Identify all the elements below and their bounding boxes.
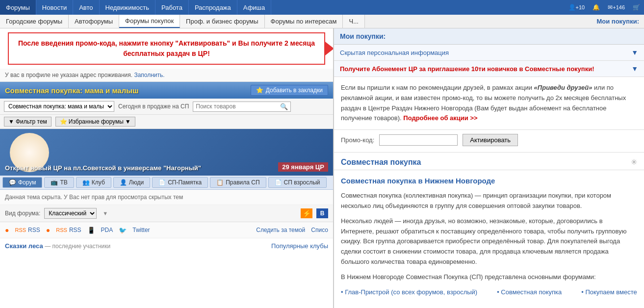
promo-box: После введения промо-кода, нажмите кнопк…: [8, 32, 325, 65]
bookmark-icon: ⭐: [256, 87, 263, 94]
promo-code-input[interactable]: [379, 134, 458, 146]
bell-icon[interactable]: 🔔: [589, 4, 604, 11]
view-select[interactable]: Классический: [44, 208, 97, 219]
account-info: У вас в профиле не указан адрес проживан…: [0, 69, 333, 82]
nav-interest-forums[interactable]: Форумы по интересам: [265, 15, 343, 28]
promo-description-section: Если вы пришли к нам по рекомендации дру…: [334, 77, 644, 130]
nav-purchase-forums[interactable]: Форумы покупок: [119, 15, 180, 28]
search-input[interactable]: [196, 103, 278, 110]
filter-icon: ▼: [8, 118, 14, 125]
adult-tab-icon: 📄: [275, 179, 282, 186]
sale-label: Сегодня в продаже на СП: [118, 103, 189, 110]
nav-auto[interactable]: Авто: [73, 0, 99, 15]
tab-sp-pamyatka[interactable]: 📄 СП-Памятка: [152, 177, 208, 188]
rss-link-1[interactable]: RSS RSS: [15, 227, 40, 233]
tab-tv[interactable]: 📺 ТВ: [44, 177, 74, 188]
view-bar: Вид форума: Классический ▼ ⚡ B: [0, 205, 333, 222]
nav-jobs[interactable]: Работа: [155, 0, 189, 15]
list-link[interactable]: Списо: [311, 227, 328, 233]
left-panel: После введения промо-кода, нажмите кнопк…: [0, 28, 334, 308]
activate-button[interactable]: Активировать: [463, 134, 518, 146]
cart-icon[interactable]: 🛒: [629, 4, 644, 11]
fill-link[interactable]: Заполнить.: [134, 72, 164, 78]
my-purchases-header: Мои покупки:: [334, 28, 644, 45]
tv-tab-icon: 📺: [51, 179, 58, 186]
nav-news[interactable]: Новости: [36, 0, 73, 15]
forum-title: Совместная покупка: мама и малыш: [5, 86, 139, 95]
flash-icon[interactable]: ⚡: [301, 208, 312, 218]
jp-link-1[interactable]: Глав-Пристрой (со всех форумов, взрослый…: [341, 287, 477, 298]
abonement-arrow: ▼: [631, 65, 638, 73]
rules-tab-icon: 📋: [216, 179, 224, 186]
phone-icon: 📱: [87, 227, 95, 234]
popular-clubs-link[interactable]: Популярные клубы: [271, 242, 328, 250]
bookmark-button[interactable]: ⭐ Добавить в закладки: [251, 85, 328, 96]
hidden-info-accordion: Скрытая персональная информация ▼: [334, 45, 644, 61]
jp-links-list: Глав-Пристрой (со всех форумов, взрослый…: [341, 287, 637, 298]
nav-realestate[interactable]: Недвижимость: [100, 0, 155, 15]
jp-asterisk: ✳: [631, 157, 637, 167]
rss-2-icon: RSS: [56, 227, 67, 233]
jp-content: Совместная покупка в Нижнем Новгороде Со…: [334, 170, 644, 302]
nav-business-forums[interactable]: Проф. и бизнес форумы: [180, 15, 264, 28]
user-icon[interactable]: 👤 +10: [565, 4, 589, 11]
hidden-info-header[interactable]: Скрытая персональная информация ▼: [334, 45, 644, 60]
people-tab-icon: 👤: [120, 179, 127, 186]
jp-text2: Несколько людей — иногда друзья, но возм…: [341, 216, 637, 267]
filter-button[interactable]: ▼ Фильтр тем: [4, 117, 52, 127]
view-select-arrow: ▼: [103, 210, 108, 216]
rss-link-2[interactable]: RSS RSS: [56, 227, 81, 233]
hidden-info-arrow: ▼: [631, 49, 638, 56]
follow-topic-link[interactable]: Следить за темой: [256, 227, 305, 233]
favorites-button[interactable]: ⭐ Избранные форумы ▼: [55, 117, 135, 127]
message-text: Данная тема скрыта. У Вас нет прав для п…: [5, 194, 183, 201]
right-panel: Мои покупки: Скрытая персональная информ…: [334, 28, 644, 308]
tab-rules-sp[interactable]: 📋 Правила СП: [210, 177, 266, 188]
jp-text3: В Нижнем Новгороде Совместная Покупка (С…: [341, 272, 637, 282]
abonement-title: Получите Абонемент ЦР за приглашение 10т…: [340, 65, 594, 73]
nav-auto-forums[interactable]: Автофорумы: [69, 15, 119, 28]
sub-nav-tabs: 💬 Форум 📺 ТВ 👥 Клуб 👤 Люди 📄 СП-Памятка …: [0, 176, 333, 190]
forum-title-prefix: Совместная покупка:: [5, 86, 82, 95]
promo-more-link[interactable]: Подробнее об акции >>: [403, 114, 477, 122]
fairy-tales-link[interactable]: Сказки леса: [5, 242, 43, 250]
club-tab-icon: 👥: [82, 179, 90, 186]
rss-orange-icon-2: ●: [46, 226, 50, 234]
tab-people[interactable]: 👤 Люди: [113, 177, 150, 188]
mail-icon[interactable]: ✉ +146: [604, 4, 629, 11]
search-icon[interactable]: 🔍: [280, 103, 288, 110]
jp-text1: Совместная покупка (коллективная покупка…: [341, 191, 637, 211]
tab-forum[interactable]: 💬 Форум: [2, 177, 42, 188]
bookmark-label: Добавить в закладки: [266, 87, 323, 94]
tab-sp-adult[interactable]: 📄 СП взрослый: [268, 177, 327, 188]
pda-link[interactable]: PDA: [101, 227, 113, 233]
promo-code-label: Промо-код:: [341, 136, 374, 144]
top-navigation: Форумы Новости Авто Недвижимость Работа …: [0, 0, 644, 15]
tab-club[interactable]: 👥 Клуб: [76, 177, 111, 188]
social-links: ● RSS RSS ● RSS RSS 📱 PDA 🐦 Twitter След…: [0, 222, 333, 238]
main-layout: После введения промо-кода, нажмите кнопк…: [0, 28, 644, 308]
nav-more-forums[interactable]: Ч...: [343, 15, 365, 28]
fairy-tales-section: Сказки леса — последние участники: [5, 242, 110, 250]
b-icon[interactable]: B: [316, 208, 328, 218]
nav-forums[interactable]: Форумы: [0, 0, 36, 15]
fairy-sub-text: — последние участники: [45, 243, 110, 250]
hidden-info-title: Скрытая персональная информация: [340, 49, 449, 56]
jp-link-3[interactable]: Покупаем вместе: [581, 287, 637, 298]
jp-section-title: Совместная покупка: [341, 158, 421, 167]
my-purchases-nav-label: Мои покупки:: [592, 15, 644, 28]
promo-desc-text: Если вы пришли к нам по рекомендации дру…: [341, 84, 534, 91]
twitter-link[interactable]: Twitter: [132, 227, 150, 233]
forum-select[interactable]: Совместная покупка: мама и малы: [4, 101, 114, 112]
social-right: Следить за темой Списо: [256, 227, 328, 233]
forum-title-suffix: мама и малыш: [84, 86, 138, 95]
nav-sale[interactable]: Распродажа: [189, 0, 237, 15]
my-purchases-label: Мои покупки:: [340, 32, 386, 40]
jp-link-2[interactable]: Совместная покупка: [497, 287, 562, 298]
chevron-down-icon: ▼: [125, 118, 131, 125]
bottom-area: Сказки леса — последние участники Популя…: [0, 238, 333, 254]
banner-date: 29 января ЦР: [278, 162, 328, 172]
nav-city-forums[interactable]: Городские форумы: [0, 15, 69, 28]
abonement-header[interactable]: Получите Абонемент ЦР за приглашение 10т…: [334, 61, 644, 77]
nav-afisha[interactable]: Афиша: [237, 0, 271, 15]
